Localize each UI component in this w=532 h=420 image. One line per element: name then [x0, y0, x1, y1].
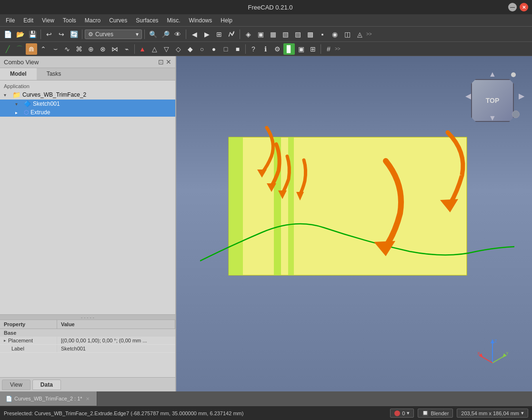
- view-extra3[interactable]: ◬: [354, 29, 365, 40]
- save-btn[interactable]: 💾: [27, 29, 38, 40]
- nav-cube-container: ▲ ◀ TOP ▶ ▼: [462, 60, 528, 127]
- view-iso[interactable]: ◈: [242, 29, 254, 40]
- curve-tool-active[interactable]: ⋒: [26, 43, 37, 55]
- curve-tool-10[interactable]: ⌁: [121, 43, 132, 55]
- menu-curves[interactable]: Curves: [105, 16, 131, 25]
- info-btn[interactable]: ℹ: [260, 43, 271, 55]
- viewport[interactable]: ▲ ◀ TOP ▶ ▼: [176, 56, 532, 391]
- tree-toggle-extrude[interactable]: ▸: [15, 110, 22, 115]
- bottom-tab-view[interactable]: View: [2, 380, 30, 390]
- combo-header: Combo View ⊡ ✕: [0, 56, 175, 68]
- minimize-button[interactable]: —: [508, 3, 517, 11]
- curve-edit-8[interactable]: □: [220, 43, 231, 55]
- dimensions-dropdown[interactable]: ▾: [521, 410, 524, 416]
- view-extra2[interactable]: ◫: [341, 29, 353, 40]
- workbench-dropdown[interactable]: ⚙ Curves ▾: [85, 30, 142, 39]
- splitter[interactable]: - - - - -: [0, 314, 175, 320]
- refresh-btn[interactable]: 🔄: [68, 29, 80, 40]
- menu-file[interactable]: File: [2, 16, 19, 25]
- snap-btn[interactable]: ⊞: [213, 29, 225, 40]
- help-btn[interactable]: ?: [248, 43, 259, 55]
- curve-edit-4[interactable]: ◇: [172, 43, 184, 55]
- nav-arrow-right[interactable]: ▶: [517, 91, 526, 100]
- curve-tool-3[interactable]: ⌃: [38, 43, 49, 55]
- curve-edit-1[interactable]: ▲: [137, 43, 148, 55]
- tab-tasks[interactable]: Tasks: [37, 68, 71, 80]
- doc-tab-close-btn[interactable]: ✕: [84, 395, 91, 402]
- window-controls: — ✕: [508, 3, 528, 11]
- solid-btn[interactable]: ▊: [283, 43, 295, 55]
- view-top[interactable]: ▦: [267, 29, 279, 40]
- zoom-fit[interactable]: 🔍: [147, 29, 159, 40]
- curve-tool-8[interactable]: ⊗: [97, 43, 109, 55]
- new-btn[interactable]: 📄: [2, 29, 13, 40]
- menu-help[interactable]: Help: [217, 16, 236, 25]
- tab-model[interactable]: Model: [0, 68, 37, 80]
- tree-item-sketch001[interactable]: ▾ 🔷 Sketch001: [0, 100, 175, 108]
- nav-right[interactable]: ▶: [201, 29, 212, 40]
- menu-windows[interactable]: Windows: [185, 16, 216, 25]
- svg-text:Z: Z: [494, 339, 497, 343]
- menu-edit[interactable]: Edit: [20, 16, 37, 25]
- view-mode[interactable]: 👁: [172, 29, 183, 40]
- close-button[interactable]: ✕: [520, 3, 528, 11]
- curve-tool-9[interactable]: ⋈: [109, 43, 120, 55]
- curve-edit-6[interactable]: ○: [196, 43, 208, 55]
- redo-btn[interactable]: ↪: [56, 29, 67, 40]
- tree-area: Application ▾ 📁 Curves_WB_TrimFace_2 ▾ 🔷…: [0, 80, 175, 314]
- tree-toggle-root[interactable]: ▾: [4, 92, 10, 98]
- bottom-tab-data[interactable]: Data: [32, 380, 61, 390]
- sketch-label: Sketch001: [33, 100, 60, 107]
- placement-expand[interactable]: ▸: [4, 338, 6, 343]
- grid-btn[interactable]: #: [323, 43, 334, 55]
- error-widget[interactable]: 0 ▾: [390, 409, 414, 418]
- settings-btn[interactable]: ⚙: [271, 43, 283, 55]
- curve-edit-9[interactable]: ■: [232, 43, 243, 55]
- zoom-in[interactable]: 🔎: [160, 29, 171, 40]
- curve-edit-3[interactable]: ▽: [161, 43, 172, 55]
- curve-edit-5[interactable]: ◆: [184, 43, 196, 55]
- renderer-widget[interactable]: 🔲 Blender: [418, 409, 453, 418]
- point-btn[interactable]: ⊞: [307, 43, 319, 55]
- wire-btn[interactable]: ▣: [295, 43, 307, 55]
- nav-arrow-top[interactable]: ▲: [488, 70, 497, 79]
- menu-tools[interactable]: Tools: [59, 16, 80, 25]
- nav-left[interactable]: ◀: [189, 29, 200, 40]
- menu-view[interactable]: View: [38, 16, 58, 25]
- curve-edit-2[interactable]: △: [149, 43, 160, 55]
- curve-tool-1[interactable]: ╱: [2, 43, 13, 55]
- view-front[interactable]: ▣: [255, 29, 266, 40]
- tree-root-item[interactable]: ▾ 📁 Curves_WB_TrimFace_2: [0, 90, 175, 100]
- tree-toggle-sketch[interactable]: ▾: [15, 101, 22, 107]
- doc-tab-curves[interactable]: 📄 Curves_WB_TrimFace_2 : 1* ✕: [0, 391, 97, 406]
- error-dropdown[interactable]: ▾: [407, 410, 410, 416]
- view-rear[interactable]: ▪: [317, 29, 328, 40]
- view-bottom[interactable]: ▩: [304, 29, 316, 40]
- view3d[interactable]: 🗲: [226, 29, 237, 40]
- view-extra[interactable]: ◉: [329, 29, 341, 40]
- curve-tool-4[interactable]: ⌣: [50, 43, 61, 55]
- curve-tool-5[interactable]: ∿: [61, 43, 73, 55]
- menu-surfaces[interactable]: Surfaces: [132, 16, 162, 25]
- menu-macro[interactable]: Macro: [81, 16, 104, 25]
- combo-close-btn[interactable]: ✕: [166, 58, 171, 66]
- open-btn[interactable]: 📂: [14, 29, 26, 40]
- tabs-bar: Model Tasks: [0, 68, 175, 80]
- curve-tool-6[interactable]: ⌘: [73, 43, 85, 55]
- menu-misc[interactable]: Misc.: [163, 16, 184, 25]
- prop-row-placement[interactable]: ▸ Placement [(0,00 0,00 1,00); 0,00 °; (…: [0, 337, 175, 345]
- combo-expand-btn[interactable]: ⊡: [158, 58, 164, 66]
- prop-row-label[interactable]: Label Sketch001: [0, 345, 175, 353]
- dimensions-widget[interactable]: 203,54 mm x 186,04 mm ▾: [457, 409, 528, 418]
- curve-edit-7[interactable]: ●: [208, 43, 220, 55]
- curve-tool-2[interactable]: ⌒: [14, 43, 25, 55]
- view-right[interactable]: ▧: [280, 29, 291, 40]
- view-left[interactable]: ▨: [292, 29, 303, 40]
- combo-view-title: Combo View: [4, 59, 39, 66]
- undo-btn[interactable]: ↩: [43, 29, 55, 40]
- curve-tool-7[interactable]: ⊕: [85, 43, 97, 55]
- more-btn[interactable]: >>: [366, 31, 372, 37]
- tree-item-extrude[interactable]: ▸ ⬡ Extrude: [0, 108, 175, 117]
- application-label: Application: [0, 82, 175, 90]
- more-btn2[interactable]: >>: [335, 46, 341, 51]
